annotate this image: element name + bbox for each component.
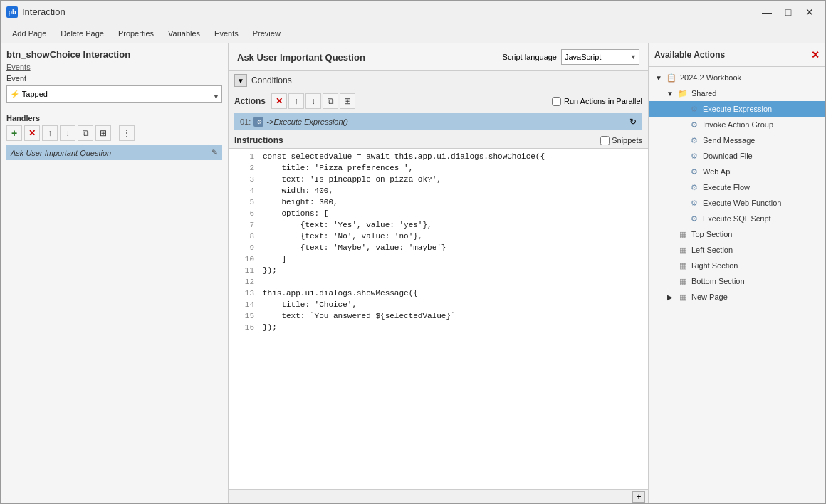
paste-action-button[interactable]: ⊞ <box>340 93 355 109</box>
run-parallel-checkbox[interactable] <box>552 97 561 106</box>
tree-item-icon: ⚙ <box>689 182 700 193</box>
minimize-button[interactable]: — <box>757 4 777 20</box>
tree-expand-icon[interactable]: ▼ <box>654 74 663 82</box>
code-line: 10 ] <box>229 254 648 266</box>
line-number: 13 <box>234 289 254 299</box>
tree-item[interactable]: ▦Right Section <box>649 258 825 273</box>
actions-tree: ▼📋2024.2 Workbook▼📁Shared⚙Execute Expres… <box>649 67 825 503</box>
code-line: 2 title: 'Pizza preferences ', <box>229 163 648 174</box>
tree-item[interactable]: ⚙Execute Web Function <box>649 195 825 211</box>
left-panel: btn_showChoice Interaction Events Event … <box>1 43 229 503</box>
tree-item-icon: ▦ <box>677 229 689 240</box>
tree-expand-icon[interactable]: ▶ <box>666 293 674 301</box>
line-number: 11 <box>234 266 254 276</box>
right-panel-close[interactable]: ✕ <box>811 49 820 61</box>
tree-item[interactable]: ⚙Execute SQL Script <box>649 211 825 226</box>
copy-action-button[interactable]: ⧉ <box>323 93 338 109</box>
tree-item[interactable]: ⚙Web Api <box>649 164 825 179</box>
handler-name: Ask User Important Question <box>11 149 111 157</box>
code-editor[interactable]: 1const selectedValue = await this.app.ui… <box>229 149 648 489</box>
nav-delete-page[interactable]: Delete Page <box>55 28 110 39</box>
tree-item[interactable]: ▦Bottom Section <box>649 273 825 289</box>
handlers-label: Handlers <box>6 114 222 122</box>
move-down-button[interactable]: ↓ <box>60 125 75 141</box>
tree-item-label: 2024.2 Workbook <box>680 73 741 82</box>
tree-item-icon: ⚙ <box>689 135 700 146</box>
paste-handler-button[interactable]: ⊞ <box>95 125 111 141</box>
line-code: text: 'Is pineapple on pizza ok?', <box>263 175 441 185</box>
action-item[interactable]: 01: ⚙ ->Execute Expression() ↻ <box>234 113 642 130</box>
window-title: Interaction <box>22 6 757 17</box>
instructions-section: Instructions Snippets 1const selectedVal… <box>229 132 648 503</box>
action-number: 01: <box>240 117 251 126</box>
close-button[interactable]: ✕ <box>800 4 820 20</box>
nav-properties[interactable]: Properties <box>113 28 160 39</box>
tree-item[interactable]: ▶▦New Page <box>649 289 825 305</box>
tree-item[interactable]: ⚙Send Message <box>649 132 825 148</box>
line-code: width: 400, <box>263 187 333 196</box>
line-number: 8 <box>234 232 254 242</box>
script-language-area: Script language JavaScript <box>503 49 639 65</box>
tree-item[interactable]: ⚙Download File <box>649 148 825 164</box>
line-code: ] <box>263 255 286 265</box>
tree-item-icon: ⚙ <box>689 213 700 224</box>
maximize-button[interactable]: □ <box>778 4 798 20</box>
nav-add-page[interactable]: Add Page <box>6 28 52 39</box>
tree-item[interactable]: ▦Top Section <box>649 226 825 242</box>
right-panel-header: Available Actions ✕ <box>649 43 825 67</box>
nav-variables[interactable]: Variables <box>162 28 206 39</box>
delete-action-button[interactable]: ✕ <box>271 93 287 109</box>
line-number: 9 <box>234 243 254 253</box>
tree-item[interactable]: ⚙Execute Flow <box>649 179 825 195</box>
extra-button[interactable]: ⋮ <box>119 125 135 141</box>
tree-item-icon: ⚙ <box>689 166 700 177</box>
center-title: Ask User Important Question <box>237 52 365 63</box>
line-number: 6 <box>234 209 254 219</box>
move-up-button[interactable]: ↑ <box>42 125 58 141</box>
line-code: {text: 'No', value: 'no'}, <box>263 232 422 242</box>
nav-preview[interactable]: Preview <box>247 28 286 39</box>
actions-header: Actions ✕ ↑ ↓ ⧉ ⊞ Run Actions in Paralle… <box>229 90 648 112</box>
tree-expand-icon[interactable]: ▼ <box>666 90 674 98</box>
code-line: 5 height: 300, <box>229 197 648 209</box>
line-code: title: 'Pizza preferences ', <box>263 164 413 174</box>
tree-item-label: Send Message <box>703 136 755 145</box>
delete-handler-button[interactable]: ✕ <box>24 125 40 141</box>
code-line: 11}); <box>229 266 648 277</box>
action-up-button[interactable]: ↑ <box>288 93 304 109</box>
handler-item[interactable]: Ask User Important Question ✎ <box>6 145 222 160</box>
line-number: 14 <box>234 300 254 310</box>
tree-item-icon: ▦ <box>677 275 689 287</box>
code-line: 15 text: `You answered ${selectedValue}` <box>229 311 648 322</box>
tree-item[interactable]: ⚙Invoke Action Group <box>649 117 825 132</box>
line-code: this.app.ui.dialogs.showMessage({ <box>263 289 418 299</box>
tree-item-icon: 📁 <box>677 88 689 99</box>
snippets-checkbox[interactable] <box>600 136 610 145</box>
tree-item[interactable]: ▦Left Section <box>649 242 825 258</box>
tree-item[interactable]: ▼📁Shared <box>649 85 825 101</box>
script-language-select[interactable]: JavaScript <box>561 49 639 65</box>
conditions-toggle[interactable]: ▼ <box>234 74 247 87</box>
tree-item-label: New Page <box>691 293 728 301</box>
handler-edit-icon[interactable]: ✎ <box>211 148 218 157</box>
run-parallel-label: Run Actions in Parallel <box>564 97 642 105</box>
action-down-button[interactable]: ↓ <box>305 93 321 109</box>
tree-item-icon: ▦ <box>677 244 689 256</box>
snippets-button[interactable]: Snippets <box>600 136 642 145</box>
run-parallel: Run Actions in Parallel <box>552 97 642 106</box>
tree-item[interactable]: ⚙Execute Expression <box>649 101 825 117</box>
tree-item[interactable]: ▼📋2024.2 Workbook <box>649 70 825 85</box>
action-label: ->Execute Expression() <box>266 117 348 126</box>
tree-item-label: Execute Expression <box>703 105 772 113</box>
copy-handler-button[interactable]: ⧉ <box>78 125 93 141</box>
nav-events[interactable]: Events <box>209 28 244 39</box>
tree-item-label: Shared <box>691 89 716 98</box>
event-select[interactable]: ⚡ Tapped <box>6 85 222 103</box>
add-line-button[interactable]: + <box>632 491 645 503</box>
code-line: 12 <box>229 277 648 288</box>
events-link[interactable]: Events <box>6 63 222 71</box>
line-code: }); <box>263 266 277 276</box>
tree-item-label: Execute SQL Script <box>703 214 771 223</box>
add-handler-button[interactable]: + <box>6 125 22 141</box>
script-language-label: Script language <box>503 53 557 61</box>
